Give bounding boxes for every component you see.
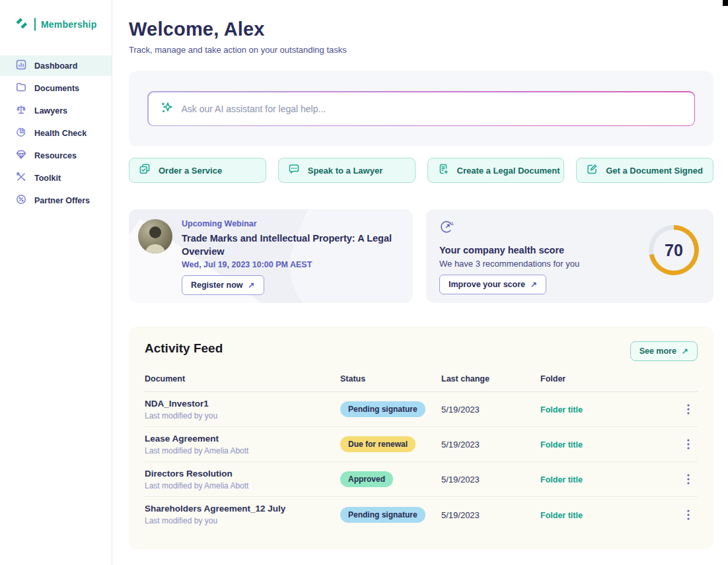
row-menu-kebab-icon[interactable]	[680, 471, 696, 487]
sparkle-icon	[161, 101, 174, 117]
sidebar-item-label: Lawyers	[34, 106, 67, 116]
percent-icon	[16, 194, 26, 207]
activity-table-header: Document Status Last change Folder	[145, 374, 698, 392]
ai-input-border: Ask our AI assistant for legal help...	[147, 91, 695, 126]
row-menu-kebab-icon[interactable]	[680, 507, 696, 523]
sidebar-item-documents[interactable]: Documents	[0, 78, 112, 98]
improve-score-label: Improve your score	[449, 280, 525, 289]
diamond-icon	[16, 149, 26, 162]
folder-icon	[16, 82, 26, 95]
sidebar-item-health-check[interactable]: Health Check	[0, 123, 112, 143]
last-change-date: 5/19/2023	[441, 510, 480, 520]
brand-logo[interactable]: Membership	[0, 0, 112, 33]
activity-feed-card: Activity Feed See more ↗ Document Status…	[129, 327, 713, 549]
status-badge: Due for renewal	[340, 436, 416, 452]
create-legal-document-button[interactable]: Create a Legal Document	[427, 158, 565, 183]
health-score-card: Your company health score We have 3 reco…	[426, 209, 713, 303]
table-row: Directors Resolution Last modified by Am…	[145, 462, 698, 497]
webinar-info: Upcoming Webinar Trade Marks and Intelle…	[182, 219, 400, 295]
tools-icon	[16, 172, 26, 185]
info-cards-row: Upcoming Webinar Trade Marks and Intelle…	[129, 209, 713, 303]
column-header-folder: Folder	[540, 374, 679, 383]
folder-link[interactable]: Folder title	[540, 405, 583, 415]
document-title[interactable]: Shareholders Agreement_12 July	[145, 504, 340, 514]
order-service-button[interactable]: Order a Service	[129, 158, 266, 183]
brand-name: Membership	[41, 19, 96, 30]
page-title: Welcome, Alex	[129, 18, 713, 40]
sidebar-item-label: Documents	[34, 84, 79, 93]
activity-table: Document Status Last change Folder NDA_I…	[145, 374, 698, 532]
arrow-up-right-icon: ↗	[530, 280, 537, 289]
quick-action-label: Get a Document Signed	[606, 166, 703, 176]
sidebar-item-toolkit[interactable]: Toolkit	[0, 168, 112, 188]
document-modified: Last modified by you	[145, 516, 340, 525]
document-title[interactable]: NDA_Investor1	[145, 399, 340, 409]
sidebar-item-resources[interactable]: Resources	[0, 145, 112, 166]
get-document-signed-button[interactable]: Get a Document Signed	[576, 158, 713, 183]
sidebar-item-label: Dashboard	[34, 61, 77, 71]
column-header-status: Status	[340, 374, 441, 383]
sidebar-item-label: Health Check	[34, 129, 87, 138]
quick-action-label: Speak to a Lawyer	[308, 166, 382, 176]
logo-divider	[34, 18, 36, 31]
screen-corner-artifact	[723, 0, 728, 6]
speak-to-lawyer-button[interactable]: Speak to a Lawyer	[278, 158, 416, 183]
folder-link[interactable]: Folder title	[540, 475, 583, 484]
order-service-icon	[139, 163, 151, 178]
document-title[interactable]: Directors Resolution	[145, 469, 340, 479]
pie-chart-icon	[16, 127, 26, 140]
sidebar-item-lawyers[interactable]: Lawyers	[0, 100, 112, 121]
register-now-button[interactable]: Register now ↗	[182, 275, 264, 295]
sidebar-item-dashboard[interactable]: Dashboard	[0, 55, 112, 76]
status-badge: Approved	[340, 471, 393, 487]
column-header-document: Document	[145, 374, 340, 383]
arrow-up-right-icon: ↗	[248, 281, 255, 290]
sidebar-item-label: Resources	[34, 151, 77, 160]
ai-assistant-input[interactable]: Ask our AI assistant for legal help...	[149, 92, 694, 125]
health-score-value: 70	[653, 230, 694, 271]
sidebar-nav: Dashboard Documents Lawyers	[0, 55, 112, 211]
health-score-ring: 70	[649, 225, 699, 275]
table-row: Lease Agreement Last modified by Amelia …	[145, 427, 698, 462]
see-more-label: See more	[639, 347, 676, 356]
ai-input-placeholder: Ask our AI assistant for legal help...	[182, 104, 326, 114]
activity-feed-title: Activity Feed	[145, 341, 698, 356]
webinar-datetime: Wed, Jul 19, 2023 10:00 PM AEST	[182, 260, 400, 269]
row-menu-kebab-icon[interactable]	[680, 436, 696, 452]
quick-action-label: Create a Legal Document	[457, 166, 560, 176]
table-row: Shareholders Agreement_12 July Last modi…	[145, 497, 698, 532]
scales-icon	[16, 104, 26, 117]
document-plus-icon	[437, 163, 449, 178]
last-change-date: 5/19/2023	[441, 475, 480, 484]
table-row: NDA_Investor1 Last modified by you Pendi…	[145, 392, 698, 427]
sidebar-item-label: Partner Offers	[34, 196, 90, 205]
row-menu-kebab-icon[interactable]	[680, 401, 696, 417]
pen-square-icon	[586, 163, 598, 178]
document-modified: Last modified by Amelia Abott	[145, 481, 340, 490]
status-badge: Pending signature	[340, 507, 425, 523]
chat-bubble-icon	[288, 163, 300, 178]
document-title[interactable]: Lease Agreement	[145, 434, 340, 444]
document-modified: Last modified by you	[145, 411, 340, 420]
folder-link[interactable]: Folder title	[540, 511, 583, 520]
gauge-icon	[439, 225, 454, 236]
webinar-avatar	[138, 219, 172, 253]
brand-logo-icon	[15, 16, 29, 33]
ai-assistant-panel: Ask our AI assistant for legal help...	[129, 71, 713, 146]
app-window: Membership Dashboard Documents	[0, 0, 728, 565]
status-badge: Pending signature	[340, 401, 425, 417]
sidebar-item-partner-offers[interactable]: Partner Offers	[0, 190, 112, 211]
main-content: Welcome, Alex Track, manage and take act…	[112, 0, 728, 565]
document-modified: Last modified by Amelia Abott	[145, 446, 340, 455]
register-now-label: Register now	[191, 281, 243, 290]
folder-link[interactable]: Folder title	[540, 440, 583, 449]
last-change-date: 5/19/2023	[441, 440, 480, 449]
quick-action-label: Order a Service	[159, 166, 222, 176]
bar-chart-icon	[16, 59, 26, 73]
improve-score-button[interactable]: Improve your score ↗	[439, 275, 546, 294]
sidebar: Membership Dashboard Documents	[0, 0, 112, 565]
see-more-button[interactable]: See more ↗	[630, 341, 698, 361]
quick-actions: Order a Service Speak to a Lawyer	[129, 158, 713, 183]
column-header-last-change: Last change	[441, 374, 540, 383]
webinar-title: Trade Marks and Intellectual Property: A…	[182, 232, 400, 258]
